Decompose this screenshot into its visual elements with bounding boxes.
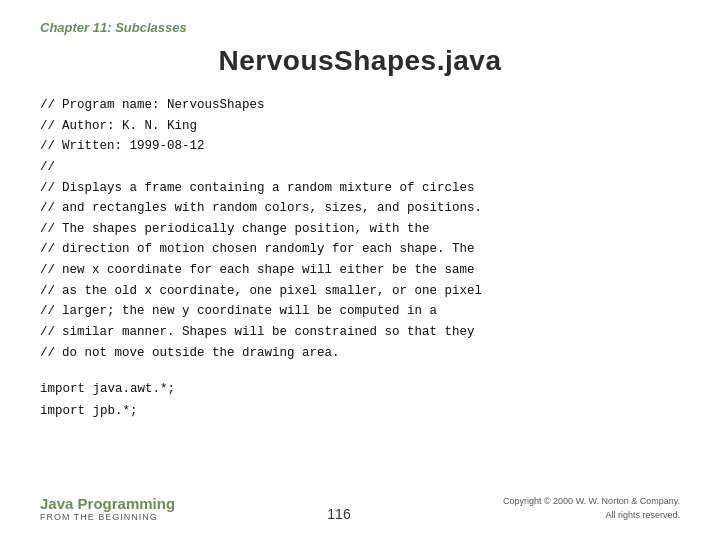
code-line: // and rectangles with random colors, si… xyxy=(40,198,680,219)
code-line: // direction of motion chosen randomly f… xyxy=(40,239,680,260)
import-line: import jpb.*; xyxy=(40,401,680,423)
import-block: import java.awt.*;import jpb.*; xyxy=(40,379,680,423)
footer-brand: Java Programming FROM THE BEGINNING xyxy=(40,495,175,522)
footer-page: 116 xyxy=(327,506,350,522)
code-line: // larger; the new y coordinate will be … xyxy=(40,301,680,322)
code-line: // as the old x coordinate, one pixel sm… xyxy=(40,281,680,302)
code-line: // do not move outside the drawing area. xyxy=(40,343,680,364)
code-line: // Displays a frame containing a random … xyxy=(40,178,680,199)
code-line: // similar manner. Shapes will be constr… xyxy=(40,322,680,343)
code-block: // Program name: NervousShapes// Author:… xyxy=(40,95,680,363)
code-line: // new x coordinate for each shape will … xyxy=(40,260,680,281)
code-line: // Program name: NervousShapes xyxy=(40,95,680,116)
footer-brand-title: Java Programming xyxy=(40,495,175,512)
code-line: // The shapes periodically change positi… xyxy=(40,219,680,240)
code-line: // Written: 1999-08-12 xyxy=(40,136,680,157)
slide: Chapter 11: Subclasses NervousShapes.jav… xyxy=(0,0,720,540)
footer-brand-sub: FROM THE BEGINNING xyxy=(40,512,175,522)
footer: Java Programming FROM THE BEGINNING 116 … xyxy=(40,495,680,522)
code-line: // Author: K. N. King xyxy=(40,116,680,137)
footer-copy: Copyright © 2000 W. W. Norton & Company.… xyxy=(503,495,680,522)
code-line: // xyxy=(40,157,680,178)
main-title: NervousShapes.java xyxy=(40,45,680,77)
chapter-title: Chapter 11: Subclasses xyxy=(40,20,680,35)
import-line: import java.awt.*; xyxy=(40,379,680,401)
